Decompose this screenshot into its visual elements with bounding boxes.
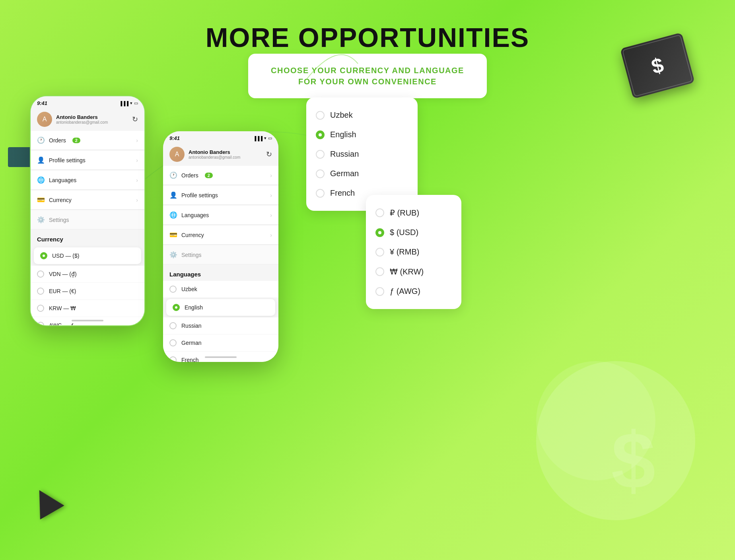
profile-action-icon-c: ↻ bbox=[266, 150, 272, 159]
profile-label-c: Profile settings bbox=[181, 192, 218, 198]
card-cur-krw[interactable]: ₩ (KRW) bbox=[366, 262, 461, 282]
languages-icon: 🌐 bbox=[37, 176, 45, 184]
menu-item-languages-c[interactable]: 🌐 Languages › bbox=[163, 206, 278, 225]
card-lang-english[interactable]: English bbox=[306, 125, 418, 144]
cursor-decoration bbox=[32, 488, 68, 524]
currency-option-vdn[interactable]: VDN — (₫) bbox=[31, 266, 144, 282]
signal-icon: ▐▐▐ bbox=[119, 101, 128, 106]
lang-option-german[interactable]: German bbox=[163, 334, 278, 351]
card-lang-uzbek[interactable]: Uzbek bbox=[306, 105, 418, 125]
dollar-watermark: $ bbox=[611, 421, 655, 500]
card-awg-radio bbox=[375, 287, 384, 296]
krw-radio bbox=[37, 305, 44, 312]
card-krw-radio bbox=[375, 267, 384, 276]
wifi-icon-c: ▾ bbox=[264, 136, 266, 141]
card-cur-rmb[interactable]: ¥ (RMB) bbox=[366, 242, 461, 262]
card-rub-label: ₽ (RUB) bbox=[390, 208, 419, 218]
card-cur-rub[interactable]: ₽ (RUB) bbox=[366, 203, 461, 223]
currency-float-card: ₽ (RUB) $ (USD) ¥ (RMB) ₩ (KRW) ƒ (AWG) bbox=[366, 195, 461, 309]
phone-left-status-icons: ▐▐▐ ▾ ▭ bbox=[119, 101, 138, 106]
card-french-label: French bbox=[330, 189, 355, 198]
card-krw-label: ₩ (KRW) bbox=[390, 267, 424, 276]
menu-item-settings-c[interactable]: ⚙️ Settings bbox=[163, 245, 278, 264]
awg-radio bbox=[37, 322, 44, 326]
currency-option-eur[interactable]: EUR — (€) bbox=[31, 283, 144, 299]
currency-option-krw[interactable]: KRW — ₩ bbox=[31, 300, 144, 317]
orders-badge-c: 2 bbox=[205, 173, 213, 178]
menu-item-languages[interactable]: 🌐 Languages › bbox=[31, 171, 144, 190]
phone-handle-c bbox=[205, 356, 237, 358]
battery-icon-c: ▭ bbox=[268, 136, 272, 141]
card-uzbek-radio bbox=[316, 111, 325, 120]
languages-label: Languages bbox=[49, 177, 76, 183]
card-english-label: English bbox=[330, 130, 356, 139]
menu-item-settings[interactable]: ⚙️ Settings bbox=[31, 210, 144, 229]
cursor-shape bbox=[27, 483, 64, 519]
language-float-card: Uzbek English Russian German French bbox=[306, 97, 418, 211]
phone-center-status-icons: ▐▐▐ ▾ ▭ bbox=[253, 136, 272, 141]
profile-action-icon: ↻ bbox=[132, 115, 138, 124]
wifi-icon: ▾ bbox=[130, 101, 132, 106]
menu-item-profile[interactable]: 👤 Profile settings › bbox=[31, 151, 144, 170]
currency-option-awg[interactable]: AWG — ƒ bbox=[31, 317, 144, 326]
phone-left: 9:41 ▐▐▐ ▾ ▭ A Antonio Banders antonioba… bbox=[30, 95, 145, 326]
card-rub-radio bbox=[375, 208, 384, 217]
profile-icon-c: 👤 bbox=[169, 191, 177, 199]
krw-label: KRW — ₩ bbox=[49, 305, 76, 311]
card-uzbek-label: Uzbek bbox=[330, 111, 353, 120]
phone-center-menu: 🕐 Orders 2 › 👤 Profile settings › 🌐 Lang… bbox=[163, 166, 278, 264]
menu-item-profile-c[interactable]: 👤 Profile settings › bbox=[163, 186, 278, 205]
currency-arrow-c: › bbox=[270, 232, 272, 238]
phone-center-status: 9:41 ▐▐▐ ▾ ▭ bbox=[163, 131, 278, 143]
currency-icon: 💳 bbox=[37, 196, 45, 204]
card-german-label: German bbox=[330, 169, 359, 178]
card-english-radio bbox=[316, 130, 325, 139]
lang-option-uzbek[interactable]: Uzbek bbox=[163, 281, 278, 298]
phone-center-profile: A Antonio Banders antoniobanderas@gmail.… bbox=[163, 143, 278, 166]
usd-label: USD — ($) bbox=[52, 253, 79, 259]
orders-label: Orders bbox=[49, 137, 66, 144]
menu-item-currency-c[interactable]: 💳 Currency › bbox=[163, 226, 278, 245]
languages-icon-c: 🌐 bbox=[169, 211, 177, 219]
english-label: English bbox=[185, 304, 203, 311]
phone-handle bbox=[72, 320, 103, 321]
profile-info-c: Antonio Banders antoniobanderas@gmail.co… bbox=[189, 149, 266, 159]
phone-left-menu: 🕐 Orders 2 › 👤 Profile settings › 🌐 Lang… bbox=[31, 131, 144, 229]
russian-label: Russian bbox=[181, 323, 202, 329]
languages-arrow: › bbox=[136, 177, 138, 183]
vdn-label: VDN — (₫) bbox=[49, 271, 77, 277]
subtitle-box: CHOOSE YOUR CURRENCY AND LANGUAGE FOR YO… bbox=[248, 54, 487, 98]
orders-icon-c: 🕐 bbox=[169, 171, 177, 179]
card-russian-radio bbox=[316, 150, 325, 159]
german-label: German bbox=[181, 340, 202, 346]
languages-label-c: Languages bbox=[181, 212, 209, 218]
languages-section-title: Languages bbox=[163, 265, 278, 281]
orders-label-c: Orders bbox=[181, 172, 198, 179]
orders-badge: 2 bbox=[72, 138, 80, 143]
profile-arrow: › bbox=[136, 157, 138, 163]
german-radio bbox=[169, 339, 177, 346]
card-lang-german[interactable]: German bbox=[306, 164, 418, 183]
menu-item-orders[interactable]: 🕐 Orders 2 › bbox=[31, 131, 144, 150]
card-usd-label: $ (USD) bbox=[390, 228, 418, 237]
lang-option-russian[interactable]: Russian bbox=[163, 317, 278, 334]
card-lang-russian[interactable]: Russian bbox=[306, 144, 418, 164]
menu-item-currency[interactable]: 💳 Currency › bbox=[31, 191, 144, 210]
card-cur-awg[interactable]: ƒ (AWG) bbox=[366, 282, 461, 301]
orders-arrow-c: › bbox=[270, 172, 272, 179]
orders-icon: 🕐 bbox=[37, 136, 45, 144]
vdn-radio bbox=[37, 270, 44, 278]
lang-option-english[interactable]: English bbox=[166, 299, 275, 316]
currency-option-usd[interactable]: USD — ($) bbox=[34, 247, 141, 264]
profile-name-c: Antonio Banders bbox=[189, 149, 266, 155]
money-decoration: $ bbox=[626, 40, 697, 103]
profile-info: Antonio Banders antoniobanderas@gmail.co… bbox=[56, 114, 132, 124]
orders-arrow: › bbox=[136, 137, 138, 144]
settings-label-c: Settings bbox=[181, 252, 202, 258]
main-title: MORE OPPORTUNITIES bbox=[0, 0, 735, 53]
french-radio bbox=[169, 356, 177, 362]
money-stack: $ bbox=[620, 33, 695, 99]
menu-item-orders-c[interactable]: 🕐 Orders 2 › bbox=[163, 166, 278, 185]
card-cur-usd[interactable]: $ (USD) bbox=[366, 223, 461, 242]
settings-label: Settings bbox=[49, 217, 69, 223]
